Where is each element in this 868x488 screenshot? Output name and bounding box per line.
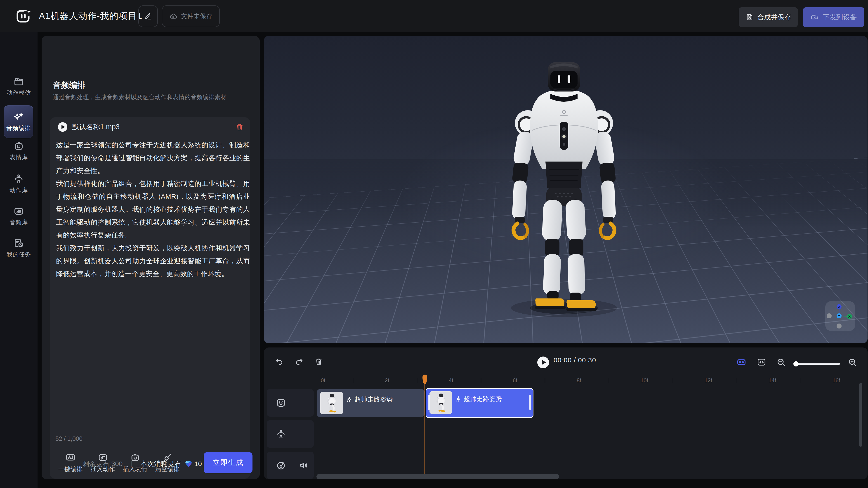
redo-button[interactable]: [295, 357, 303, 366]
ruler-tick: [545, 378, 545, 383]
track-header-motion[interactable]: [267, 420, 314, 448]
panel-title: 音频编排: [53, 80, 86, 91]
cloud-off-icon: [169, 12, 178, 21]
rename-button[interactable]: [138, 5, 158, 27]
sidebar-item-label: 音频编排: [6, 124, 31, 132]
footer-divider: |: [131, 460, 132, 467]
merge-save-label: 合成并保存: [757, 13, 791, 22]
axis-x[interactable]: X: [847, 314, 852, 319]
audio-file-row: 默认名称1.mp3: [58, 120, 244, 134]
panel-footer: 剩余灵石 300 | 本次消耗灵石 10 立即生成: [41, 453, 260, 475]
file-save-status[interactable]: 文件未保存: [162, 5, 220, 27]
char-count: 52 / 1,000: [55, 435, 83, 442]
topbar: A1机器人动作-我的项目1 文件未保存: [0, 0, 868, 32]
ruler-tick: [737, 378, 737, 383]
generate-now-button[interactable]: 立即生成: [204, 452, 252, 473]
ruler-frame-label: 6f: [513, 377, 517, 384]
ruler-frame-label: 2f: [385, 377, 389, 384]
zoom-out-icon[interactable]: [776, 357, 786, 367]
deploy-label: 下发到设备: [823, 13, 857, 22]
sidebar-item-motion-library[interactable]: 动作库: [2, 173, 35, 194]
script-paragraph: 这是一家全球领先的公司专注于先进机器人系统的设计、制造和部署我们的使命是通过智能…: [56, 138, 250, 177]
timeline-clip-selected[interactable]: 超帅走路姿势: [426, 388, 533, 418]
timecode: 00:00 / 00:30: [554, 348, 596, 373]
timeline-zoom-slider[interactable]: [794, 363, 840, 365]
audio-file-name: 默认名称1.mp3: [72, 122, 120, 132]
ruler-frame-label: 14f: [769, 377, 776, 384]
axis-z[interactable]: Z: [837, 304, 842, 309]
delete-audio-button[interactable]: [235, 123, 244, 131]
ruler-tick: [353, 378, 353, 383]
ruler-tick: [865, 378, 865, 383]
sidebar-item-label: 表情库: [10, 153, 28, 161]
timeline-ruler[interactable]: 0f2f4f6f8f10f12f14f16f: [264, 373, 868, 388]
person-track-icon: [276, 429, 286, 439]
snap-toggle-button[interactable]: [736, 357, 747, 367]
pencil-icon: [144, 12, 152, 20]
slider-handle[interactable]: [794, 361, 799, 366]
sidebar-item-audio-arrange[interactable]: 音频编排: [4, 105, 33, 138]
gem-icon: [184, 460, 193, 468]
zoom-in-icon[interactable]: [848, 357, 858, 367]
viewport-3d[interactable]: Z X Y: [264, 36, 868, 343]
sidebar-item-label: 动作库: [10, 186, 28, 194]
sidebar-item-label: 我的任务: [6, 251, 31, 258]
clip-trim-handle-right[interactable]: [529, 395, 531, 410]
script-paragraph: 我们致力于创新，大力投资于研发，以突破人机协作和机器学习的界限。创新机器人公司助…: [56, 241, 250, 280]
app-logo-icon[interactable]: [16, 8, 33, 23]
undo-button[interactable]: [275, 357, 284, 366]
play-button[interactable]: [537, 356, 549, 368]
timeline-vertical-scrollbar[interactable]: [859, 383, 862, 447]
audio-script-card: 默认名称1.mp3 这是一家全球领先的公司专注于先进机器人系统的设计、制造和部署…: [50, 117, 250, 479]
speaker-icon[interactable]: [299, 460, 309, 470]
project-title: A1机器人动作-我的项目1: [39, 0, 143, 32]
ruler-tick: [673, 378, 673, 383]
delete-clip-button[interactable]: [314, 357, 323, 366]
timeline-horizontal-scrollbar[interactable]: [316, 474, 559, 479]
sidebar-item-motion-mimic[interactable]: 动作模仿: [2, 76, 35, 97]
ruler-tick: [801, 378, 801, 383]
playhead-line[interactable]: [425, 384, 425, 476]
ruler-frame-label: 16f: [833, 377, 840, 384]
timeline-clip[interactable]: 超帅走路姿势: [317, 389, 425, 417]
clip-label: 超帅走路姿势: [464, 395, 502, 403]
ruler-frame-label: 12f: [705, 377, 712, 384]
robot-download-icon: [811, 13, 819, 22]
cost-label: 本次消耗灵石: [141, 459, 181, 468]
walking-icon: [455, 396, 462, 402]
play-audio-button[interactable]: [58, 122, 68, 132]
axis-neg-z[interactable]: [837, 324, 842, 328]
app-window: A1机器人动作-我的项目1 文件未保存: [0, 0, 868, 488]
music-card-icon: [13, 205, 24, 217]
clip-trim-handle-left[interactable]: [428, 395, 430, 410]
save-icon: [745, 13, 754, 21]
track-header-audio[interactable]: [267, 452, 314, 479]
sidebar-item-my-tasks[interactable]: 我的任务: [2, 238, 35, 258]
fit-timeline-button[interactable]: [757, 357, 766, 367]
robot-face-icon: [13, 140, 24, 151]
sidebar-item-label: 音频库: [10, 219, 28, 226]
orientation-gizmo[interactable]: Z X Y: [825, 301, 855, 331]
script-paragraph: 我们提供样化的产品组合，包括用于精密制造的工业机械臂、用于物流和仓储的自主移动机…: [56, 177, 250, 241]
axis-neg-x[interactable]: [827, 313, 832, 318]
ruler-frame-label: 8f: [577, 377, 581, 384]
clip-thumbnail: [430, 391, 452, 414]
sidebar-item-expression-library[interactable]: 表情库: [2, 140, 35, 161]
deploy-to-device-button[interactable]: 下发到设备: [803, 7, 864, 27]
ruler-tick: [417, 378, 417, 383]
sidebar-item-audio-library[interactable]: 音频库: [2, 205, 35, 226]
robot-model[interactable]: [496, 55, 632, 318]
audio-arrange-panel: 音频编排 通过音频处理，生成音频素材以及融合动作和表情的音频编排素材 默认名称1…: [41, 36, 260, 479]
script-text[interactable]: 这是一家全球领先的公司专注于先进机器人系统的设计、制造和部署我们的使命是通过智能…: [56, 138, 250, 280]
axis-y[interactable]: Y: [837, 313, 842, 318]
left-nav-rail: 动作模仿 音频编排 表情库: [0, 32, 37, 488]
walking-icon: [346, 396, 352, 403]
merge-save-button[interactable]: 合成并保存: [739, 7, 798, 27]
remaining-gems-label: 剩余灵石 300: [82, 459, 123, 468]
person-icon: [13, 173, 24, 184]
panel-subtitle: 通过音频处理，生成音频素材以及融合动作和表情的音频编排素材: [53, 93, 227, 101]
ruler-frame-label: 4f: [449, 377, 453, 384]
track-header-expression[interactable]: [267, 389, 314, 417]
task-clock-icon: [13, 238, 24, 249]
sidebar-item-label: 动作模仿: [6, 89, 31, 97]
